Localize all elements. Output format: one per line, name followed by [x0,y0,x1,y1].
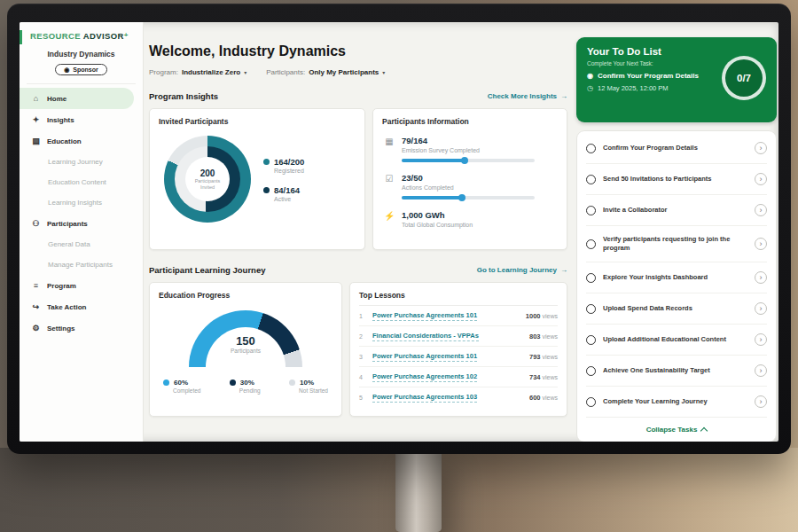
sidebar: RESOURCE ADVISOR+ Industry Dynamics ◉ Sp… [20,22,144,442]
collapse-tasks-button[interactable]: Collapse Tasks [586,418,767,440]
lesson-link[interactable]: Financial Considerations - VPPAs [372,332,479,341]
app-logo: RESOURCE ADVISOR+ [20,22,143,41]
brand-plus: + [124,31,129,39]
info-value: 1,000 GWh [402,210,473,220]
check-more-insights-link[interactable]: Check More Insights → [488,92,567,100]
chevron-down-icon: ▾ [382,69,385,75]
sidebar-item[interactable]: Manage Participants [20,254,143,275]
legend-entry: 164/200 Registered [263,157,304,174]
task-list: Confirm Your Program Details › Send 50 I… [586,133,767,418]
chevron-right-icon[interactable]: › [755,302,767,315]
sidebar-item[interactable]: ✦ Insights [20,109,143,130]
dashboard-screen: RESOURCE ADVISOR+ Industry Dynamics ◉ Sp… [20,22,778,442]
take-action-icon: ↪ [31,302,41,311]
task-checkbox[interactable] [586,273,596,283]
task-checkbox[interactable] [586,304,596,314]
chevron-right-icon[interactable]: › [755,238,767,250]
task-checkbox[interactable] [586,335,596,345]
chevron-right-icon[interactable]: › [755,204,767,216]
sidebar-item[interactable]: Learning Insights [20,192,143,213]
filter-dropdown[interactable]: Program: Industrialize Zero ▾ [149,68,246,76]
task-checkbox[interactable] [586,239,596,249]
info-value: 79/164 [402,136,535,145]
clock-icon: ◷ [587,84,593,92]
lesson-rank: 4 [359,374,372,380]
lesson-rank: 3 [359,354,372,360]
todo-due-label: 12 May 2025, 12:00 PM [598,84,669,92]
chevron-right-icon[interactable]: › [755,333,767,346]
todo-panel: Your To Do List Complete Your Next Task:… [576,22,777,442]
sidebar-item[interactable]: Learning Journey [20,152,143,172]
logo-accent-bar [20,30,22,44]
invited-donut-chart: 200 Participants Invited [164,136,251,223]
factory-icon: ▦ [384,136,395,162]
chevron-right-icon[interactable]: › [755,395,767,408]
chevron-right-icon[interactable]: › [755,364,767,377]
legend-value: 60% [174,379,188,387]
filter-dropdown[interactable]: Participants: Only My Participants ▾ [266,68,385,76]
lesson-link[interactable]: Power Purchase Agreements 101 [372,352,477,362]
sidebar-item-label: Program [47,282,76,290]
education-progress-card: Education Progress 150 Participants [149,282,342,417]
task-checkbox[interactable] [586,144,596,153]
lesson-link[interactable]: Power Purchase Agreements 102 [372,372,477,382]
participants-information-card: Participants Information ▦ 79/164 Emissi… [372,108,567,250]
sidebar-item-label: Manage Participants [48,261,113,269]
chevron-right-icon[interactable]: › [755,271,767,284]
legend-dot [289,379,295,386]
sidebar-item[interactable]: ↪ Take Action [20,296,143,317]
legend-value: 30% [240,379,254,387]
task-row[interactable]: Upload Spend Data Records › [586,293,767,325]
org-name: Industry Dynamics [20,50,143,59]
chevron-right-icon[interactable]: › [755,142,767,154]
legend-label: Not Started [299,387,328,394]
task-row[interactable]: Verify participants requesting to join t… [586,226,767,262]
top-lessons-title: Top Lessons [359,291,558,306]
task-checkbox[interactable] [586,397,596,407]
sidebar-item[interactable]: General Data [20,234,143,254]
sidebar-item[interactable]: ⚇ Participants [20,213,143,234]
legend-entry: 10% Not Started [289,379,328,394]
sidebar-item[interactable]: Education Content [20,172,143,192]
lesson-link[interactable]: Power Purchase Agreements 103 [372,393,477,403]
task-row[interactable]: Upload Additional Educational Content › [586,325,767,356]
task-row[interactable]: Confirm Your Program Details › [586,133,767,164]
program-insights-cards: Invited Participants 200 Participants In… [149,108,567,250]
task-label: Invite a Collaborator [603,206,747,215]
filter-label: Program: [149,68,178,76]
task-row[interactable]: Send 50 Invitations to Participants › [586,164,767,195]
insights-icon: ✦ [31,115,41,124]
task-row[interactable]: Complete Your Learning Journey › [586,387,767,418]
lesson-row: 3 Power Purchase Agreements 101 793views [359,347,558,367]
task-label: Send 50 Invitations to Participants [603,175,747,184]
sidebar-item-label: Settings [47,325,75,332]
energy-icon: ⚡ [384,210,395,228]
go-to-learning-journey-link[interactable]: Go to Learning Journey → [477,266,567,274]
sidebar-item-label: Education [47,137,82,145]
task-row[interactable]: Achieve One Sustainability Target › [586,356,767,387]
chevron-up-icon [700,427,708,434]
sidebar-item[interactable]: ⚙ Settings [20,317,143,339]
task-checkbox[interactable] [586,206,596,215]
legend-label: Pending [239,387,261,394]
task-checkbox[interactable] [586,175,596,184]
task-label: Confirm Your Program Details [603,144,747,153]
task-row[interactable]: Invite a Collaborator › [586,195,767,226]
sidebar-item[interactable]: ▤ Education [20,130,143,152]
progress-bar [402,159,535,162]
todo-next-task-label: Confirm Your Program Details [598,72,699,80]
gauge-legend: 60% Completed 30% [159,379,332,394]
education-gauge-chart: 150 Participants [189,310,302,367]
task-checkbox[interactable] [586,366,596,376]
chevron-right-icon[interactable]: › [755,173,767,185]
sidebar-item[interactable]: ⌂ Home [20,88,134,109]
brand-name-primary: RESOURCE [30,31,81,41]
sponsor-badge[interactable]: ◉ Sponsor [55,64,107,75]
invited-total-label: Participants Invited [190,178,225,191]
filter-value: Only My Participants [309,68,379,76]
legend-value: 164/200 [274,157,304,167]
sidebar-item[interactable]: ≡ Program [20,275,143,296]
lesson-link[interactable]: Power Purchase Agreements 101 [372,311,477,321]
monitor-bezel: RESOURCE ADVISOR+ Industry Dynamics ◉ Sp… [7,4,791,454]
task-row[interactable]: Explore Your Insights Dashboard › [586,262,767,293]
